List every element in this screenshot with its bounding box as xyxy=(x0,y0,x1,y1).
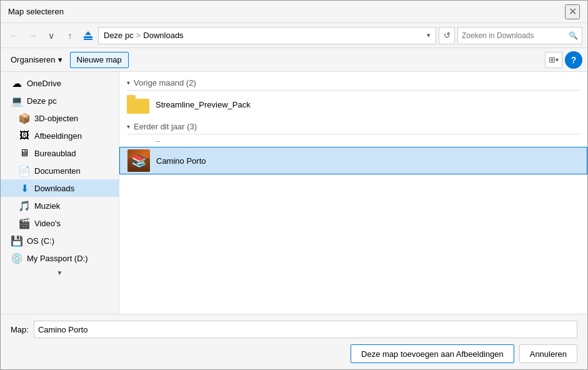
file-list: ▾ Vorige maand (2) Streamline_Preview_Pa… xyxy=(119,72,587,314)
up-button[interactable]: ↑ xyxy=(62,28,78,44)
documents-icon: 📄 xyxy=(18,165,31,177)
sidebar-item-bureaublad[interactable]: 🖥 Bureaublad xyxy=(1,144,119,162)
main-area: ☁ OneDrive 💻 Deze pc 📦 3D-objecten 🖼 Afb… xyxy=(1,72,587,314)
downloads-icon: ⬇ xyxy=(18,182,31,194)
group-chevron-eerder-icon[interactable]: ▾ xyxy=(127,123,130,130)
list-item[interactable]: Streamline_Preview_Pack xyxy=(119,91,587,118)
list-item-placeholder: – xyxy=(119,134,587,147)
drive-d-icon: 💿 xyxy=(11,252,23,264)
camino-folder-icon xyxy=(127,149,150,172)
sidebar-label-afbeeldingen: Afbeeldingen xyxy=(34,131,82,141)
sidebar-item-downloads[interactable]: ⬇ Downloads xyxy=(1,179,119,197)
svg-marker-1 xyxy=(85,31,91,35)
button-row: Deze map toevoegen aan Afbeeldingen Annu… xyxy=(11,344,577,363)
list-item[interactable]: Camino Porto xyxy=(119,147,587,174)
down-button[interactable]: ∨ xyxy=(43,28,59,44)
sidebar-item-muziek[interactable]: 🎵 Muziek xyxy=(1,197,119,214)
sidebar-item-3d-objecten[interactable]: 📦 3D-objecten xyxy=(1,109,119,127)
svg-rect-2 xyxy=(84,39,92,40)
confirm-button[interactable]: Deze map toevoegen aan Afbeeldingen xyxy=(351,344,514,363)
video-icon: 🎬 xyxy=(18,218,31,229)
music-icon: 🎵 xyxy=(18,200,31,212)
new-folder-button[interactable]: Nieuwe map xyxy=(70,52,129,68)
close-button[interactable]: ✕ xyxy=(565,4,580,19)
view-icon: ⊞ xyxy=(549,55,556,64)
sidebar-label-muziek: Muziek xyxy=(34,201,60,211)
address-bar: ← → ∨ ↑ Deze pc > Downloads ▾ ↺ 🔍 xyxy=(1,23,587,48)
group-eerder-dit-jaar-header: ▾ Eerder dit jaar (3) xyxy=(119,118,587,134)
sidebar-label-downloads: Downloads xyxy=(34,184,74,193)
sidebar-item-videos[interactable]: 🎬 Video's xyxy=(1,214,119,232)
back-button[interactable]: ← xyxy=(6,28,22,44)
sidebar-item-documenten[interactable]: 📄 Documenten xyxy=(1,162,119,179)
address-chevron-icon[interactable]: ▾ xyxy=(427,31,431,39)
breadcrumb-downloads: Downloads xyxy=(143,31,183,40)
bottom-bar: Map: Deze map toevoegen aan Afbeeldingen… xyxy=(1,314,587,369)
file-name-streamline: Streamline_Preview_Pack xyxy=(156,100,251,109)
address-input[interactable]: Deze pc > Downloads ▾ xyxy=(98,27,436,44)
organize-label: Organiseren xyxy=(11,55,56,64)
dialog-title: Map selecteren xyxy=(8,7,64,16)
sidebar-label-my-passport: My Passport (D:) xyxy=(27,254,88,263)
breadcrumb-sep: > xyxy=(136,31,141,40)
sidebar-item-deze-pc[interactable]: 💻 Deze pc xyxy=(1,92,119,109)
forward-button[interactable]: → xyxy=(24,28,41,44)
drive-c-icon: 💾 xyxy=(11,235,23,247)
sidebar-item-my-passport[interactable]: 💿 My Passport (D:) xyxy=(1,249,119,267)
toolbar: Organiseren ▾ Nieuwe map ⊞ ▾ ? xyxy=(1,48,587,72)
computer-icon: 💻 xyxy=(11,95,23,107)
placeholder-dash: – xyxy=(127,136,160,146)
sidebar-item-os-c[interactable]: 💾 OS (C:) xyxy=(1,232,119,249)
desktop-icon: 🖥 xyxy=(18,148,31,159)
organize-button[interactable]: Organiseren ▾ xyxy=(6,52,67,68)
map-input[interactable] xyxy=(34,321,577,338)
3d-icon: 📦 xyxy=(18,112,31,124)
search-icon: 🔍 xyxy=(569,31,578,40)
location-icon xyxy=(81,28,96,43)
scroll-down-arrow-icon[interactable]: ▼ xyxy=(56,268,64,278)
view-chevron-icon: ▾ xyxy=(556,56,559,63)
sidebar-item-afbeeldingen[interactable]: 🖼 Afbeeldingen xyxy=(1,127,119,144)
map-label: Map: xyxy=(11,325,29,334)
search-box[interactable]: 🔍 xyxy=(457,27,582,44)
file-name-camino-porto: Camino Porto xyxy=(156,156,206,166)
group-label-eerder-dit-jaar: Eerder dit jaar (3) xyxy=(134,122,197,131)
breadcrumb-deze-pc: Deze pc xyxy=(104,31,134,40)
organize-chevron-icon: ▾ xyxy=(58,55,62,64)
camino-thumbnail xyxy=(127,149,150,172)
search-input[interactable] xyxy=(462,31,566,40)
sidebar-label-os-c: OS (C:) xyxy=(27,236,54,246)
sidebar-label-deze-pc: Deze pc xyxy=(27,96,57,106)
svg-rect-0 xyxy=(84,36,92,38)
group-label-vorige-maand: Vorige maand (2) xyxy=(134,78,196,88)
sidebar-label-onedrive: OneDrive xyxy=(27,79,61,88)
folder-icon xyxy=(127,93,149,116)
sidebar-label-videos: Video's xyxy=(34,219,61,228)
map-row: Map: xyxy=(11,321,577,338)
sidebar-scroll-down[interactable]: ▼ xyxy=(1,267,119,279)
group-vorige-maand-header: ▾ Vorige maand (2) xyxy=(119,74,587,90)
yellow-folder-icon xyxy=(127,95,149,114)
refresh-button[interactable]: ↺ xyxy=(439,27,455,44)
sidebar-label-documenten: Documenten xyxy=(34,166,81,176)
sidebar-label-3d: 3D-objecten xyxy=(34,114,78,123)
group-chevron-vorige-maand-icon[interactable]: ▾ xyxy=(127,79,130,86)
images-icon: 🖼 xyxy=(18,130,31,141)
cancel-button[interactable]: Annuleren xyxy=(519,344,577,363)
sidebar: ☁ OneDrive 💻 Deze pc 📦 3D-objecten 🖼 Afb… xyxy=(1,72,119,314)
sidebar-item-onedrive[interactable]: ☁ OneDrive xyxy=(1,74,119,92)
dialog-window: Map selecteren ✕ ← → ∨ ↑ Deze pc > Downl… xyxy=(0,0,588,370)
help-button[interactable]: ? xyxy=(565,51,582,69)
title-bar: Map selecteren ✕ xyxy=(1,1,587,23)
view-button[interactable]: ⊞ ▾ xyxy=(545,52,562,68)
onedrive-icon: ☁ xyxy=(11,78,23,89)
sidebar-label-bureaublad: Bureaublad xyxy=(34,149,76,158)
